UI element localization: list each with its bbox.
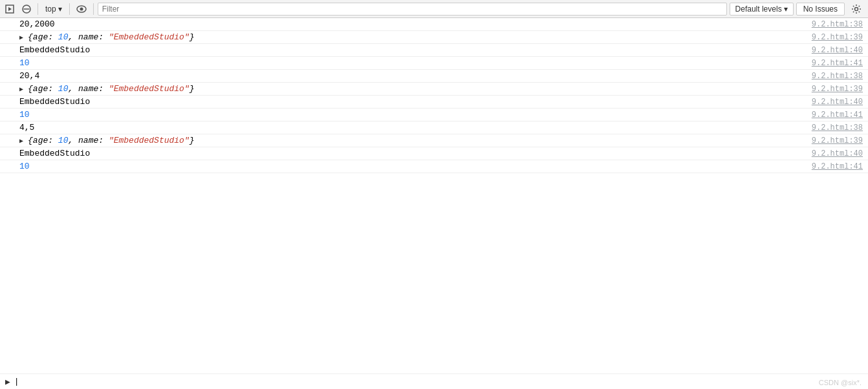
console-main: 20,2000 9.2.html:38 ▶ {age: 10, name: "E… — [0, 18, 868, 389]
eye-button[interactable] — [74, 4, 89, 14]
separator-2 — [69, 3, 70, 15]
context-label: top — [45, 5, 56, 14]
separator-1 — [38, 3, 38, 15]
row-content: 10 — [19, 110, 799, 120]
levels-label: Default levels — [735, 5, 782, 14]
source-link[interactable]: 9.2.html:40 — [812, 98, 863, 107]
issues-button[interactable]: No Issues — [796, 3, 845, 16]
row-content: 10 — [19, 58, 799, 68]
settings-button[interactable] — [847, 3, 865, 16]
row-content: 20,4 — [19, 71, 799, 81]
row-content: ▶ {age: 10, name: "EmbeddedStudio"} — [19, 136, 799, 145]
row-content: EmbeddedStudio — [19, 45, 799, 55]
source-link[interactable]: 9.2.html:38 — [812, 72, 863, 81]
row-text: 20,4 — [19, 71, 39, 81]
expand-arrow-icon[interactable]: ▶ — [19, 137, 23, 145]
console-toolbar: top ▾ Default levels ▾ No Issues — [0, 0, 868, 18]
source-link[interactable]: 9.2.html:39 — [812, 33, 863, 42]
svg-marker-1 — [8, 7, 12, 11]
play-button[interactable] — [3, 3, 17, 15]
row-content: EmbeddedStudio — [19, 149, 799, 158]
source-link[interactable]: 9.2.html:39 — [812, 136, 863, 145]
row-text: EmbeddedStudio — [19, 97, 90, 107]
row-text: 20,2000 — [19, 19, 55, 29]
table-row: ▶ {age: 10, name: "EmbeddedStudio"} 9.2.… — [0, 83, 868, 96]
source-link[interactable]: 9.2.html:40 — [812, 46, 863, 55]
row-text: 10 — [19, 162, 30, 171]
row-content: 10 — [19, 162, 799, 171]
table-row: 20,2000 9.2.html:38 — [0, 18, 868, 31]
dropdown-arrow-icon: ▾ — [58, 5, 62, 14]
console-output[interactable]: 20,2000 9.2.html:38 ▶ {age: 10, name: "E… — [0, 18, 868, 373]
prompt-icon: ▶ — [5, 377, 10, 387]
object-text: {age: 10, name: "EmbeddedStudio"} — [28, 84, 194, 94]
source-link[interactable]: 9.2.html:38 — [812, 123, 863, 132]
object-text: {age: 10, name: "EmbeddedStudio"} — [28, 32, 194, 42]
watermark: CSDN @six*. — [819, 379, 862, 386]
table-row: EmbeddedStudio 9.2.html:40 — [0, 147, 868, 160]
separator-3 — [93, 3, 94, 15]
row-text: 10 — [19, 110, 30, 120]
row-content: ▶ {age: 10, name: "EmbeddedStudio"} — [19, 84, 799, 94]
issues-label: No Issues — [803, 5, 838, 14]
row-content: 4,5 — [19, 123, 799, 132]
source-link[interactable]: 9.2.html:41 — [812, 59, 863, 68]
row-content: 20,2000 — [19, 19, 799, 29]
row-content: ▶ {age: 10, name: "EmbeddedStudio"} — [19, 32, 799, 42]
table-row: 20,4 9.2.html:38 — [0, 70, 868, 83]
row-text: 4,5 — [19, 123, 34, 132]
filter-input[interactable] — [98, 3, 727, 16]
row-text: EmbeddedStudio — [19, 45, 90, 55]
source-link[interactable]: 9.2.html:38 — [812, 20, 863, 29]
expand-arrow-icon[interactable]: ▶ — [19, 34, 23, 41]
source-link[interactable]: 9.2.html:41 — [812, 110, 863, 120]
levels-button[interactable]: Default levels ▾ — [730, 3, 794, 16]
expand-arrow-icon[interactable]: ▶ — [19, 85, 23, 93]
cursor: | — [14, 377, 19, 386]
row-text: EmbeddedStudio — [19, 149, 90, 158]
context-selector[interactable]: top ▾ — [42, 3, 65, 15]
table-row: ▶ {age: 10, name: "EmbeddedStudio"} 9.2.… — [0, 134, 868, 147]
row-text: 10 — [19, 58, 30, 68]
row-content: EmbeddedStudio — [19, 97, 799, 107]
svg-point-6 — [855, 7, 858, 10]
source-link[interactable]: 9.2.html:39 — [812, 85, 863, 94]
table-row: EmbeddedStudio 9.2.html:40 — [0, 96, 868, 109]
table-row: 10 9.2.html:41 — [0, 160, 868, 173]
table-row: ▶ {age: 10, name: "EmbeddedStudio"} 9.2.… — [0, 31, 868, 44]
table-row: 10 9.2.html:41 — [0, 109, 868, 121]
table-row: 10 9.2.html:41 — [0, 57, 868, 70]
table-row: EmbeddedStudio 9.2.html:40 — [0, 44, 868, 57]
source-link[interactable]: 9.2.html:40 — [812, 149, 863, 158]
table-row: 4,5 9.2.html:38 — [0, 121, 868, 134]
svg-point-5 — [80, 7, 83, 10]
levels-arrow-icon: ▾ — [784, 5, 788, 14]
no-entry-button[interactable] — [19, 3, 34, 15]
object-text: {age: 10, name: "EmbeddedStudio"} — [28, 136, 194, 145]
source-link[interactable]: 9.2.html:41 — [812, 162, 863, 171]
console-input-row: ▶ | — [0, 373, 868, 389]
